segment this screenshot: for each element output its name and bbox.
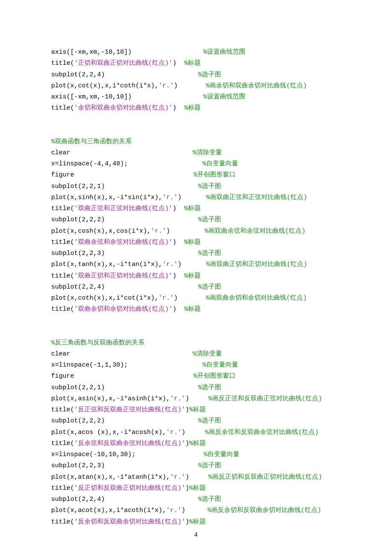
code-token: ) xyxy=(185,485,189,492)
code-span: title('余切和双曲余切对比曲线(红点)') xyxy=(51,104,176,112)
code-span: subplot(2,2,4) xyxy=(51,71,105,78)
code-line: subplot(2,2,2)%选子图 xyxy=(51,214,341,225)
comment: %选子图 xyxy=(198,283,221,291)
block-spacer xyxy=(51,315,341,327)
string-literal: 'r.' xyxy=(159,82,174,90)
code-line: subplot(2,2,2)%选子图 xyxy=(51,416,341,427)
code-token: axis([-xm,xm,-10,10]) xyxy=(51,93,132,101)
comment: %选子图 xyxy=(198,496,221,503)
code-token: subplot(2,2,4) xyxy=(51,496,105,503)
code-line: plot(x,sinh(x),x,-i*sin(i*x),'r.')%画双曲正弦… xyxy=(51,192,341,203)
comment: %画余切和双曲余切对比曲线(红点) xyxy=(206,82,307,90)
code-line: clear%清除变量 xyxy=(51,147,341,159)
code-span: x=linspace(-10,10,30); xyxy=(51,451,135,458)
code-span: title('双曲正切和正切对比曲线(红点)') xyxy=(51,272,176,280)
code-span: plot(x,tanh(x),x,-i*tan(i*x),'r.') xyxy=(51,261,182,268)
code-line: subplot(2,2,3)%选子图 xyxy=(51,460,341,471)
code-token: title( xyxy=(51,205,74,212)
comment: %画双曲正弦和正弦对比曲线(红点) xyxy=(206,194,307,201)
code-span: figure xyxy=(51,171,74,179)
code-token: ) xyxy=(185,406,189,413)
code-span: x=linspace(-1,1,30); xyxy=(51,361,128,369)
code-line: plot(x,cosh(x),x,cos(i*x),'r.')%画双曲余弦和余弦… xyxy=(51,226,341,237)
comment: %选子图 xyxy=(198,216,221,223)
code-line: axis([-xm,xm,-10,10])%设置曲线范围 xyxy=(51,92,341,103)
code-line: title('反正切和反双曲正切对比曲线(红点)')%标题 xyxy=(51,483,341,494)
code-token: title( xyxy=(51,239,74,246)
code-token: title( xyxy=(51,440,74,447)
code-token: x=linspace(-1,1,30); xyxy=(51,361,128,369)
code-span: subplot(2,2,4) xyxy=(51,496,105,503)
code-line: title('反余弦和反双曲余弦对比曲线(红点)')%标题 xyxy=(51,438,341,449)
code-line: subplot(2,2,1)%选子图 xyxy=(51,382,341,393)
code-token: plot(x,coth(x),x,i*cot(i*x), xyxy=(51,295,159,302)
code-line: plot(x,cot(x),x,i*coth(i*x),'r.')%画余切和双曲… xyxy=(51,81,341,92)
string-literal: '双曲正切和正切对比曲线(红点)' xyxy=(74,272,173,280)
code-token: plot(x,atan(x),x,-i*atanh(i*x), xyxy=(51,474,170,481)
code-token: ) xyxy=(173,104,176,112)
string-literal: 'r.' xyxy=(159,295,174,302)
code-span: title('反余切和反双曲余切对比曲线(红点)') xyxy=(51,518,189,526)
code-token: plot(x,asin(x),x,-i*asinh(i*x), xyxy=(51,395,170,402)
string-literal: '正切和双曲正切对比曲线(红点)' xyxy=(74,60,173,67)
code-token: title( xyxy=(51,485,74,492)
code-token: title( xyxy=(51,406,74,413)
code-line: subplot(2,2,4)%选子图 xyxy=(51,282,341,293)
code-span: title('正切和双曲正切对比曲线(红点)') xyxy=(51,60,176,67)
code-span: x=linspace(-4,4,40); xyxy=(51,160,128,168)
code-token: ) xyxy=(173,272,176,280)
code-token: ) xyxy=(166,228,170,235)
code-token: plot(x,sinh(x),x,-i*sin(i*x), xyxy=(51,194,162,201)
code-token: subplot(2,2,3) xyxy=(51,250,105,257)
code-line: plot(x,acos (x),x,-i*acosh(x),'r.')%画反余弦… xyxy=(51,427,341,438)
code-span: plot(x,atan(x),x,-i*atanh(i*x),'r.') xyxy=(51,474,189,481)
comment: %自变量向量 xyxy=(204,451,239,458)
code-span: axis([-xm,xm,-10,10]) xyxy=(51,93,132,101)
code-token: subplot(2,2,1) xyxy=(51,183,105,190)
code-line: title('反正弦和反双曲正弦对比曲线(红点)')%标题 xyxy=(51,405,341,416)
string-literal: 'r.' xyxy=(170,474,185,481)
comment: %自变量向量 xyxy=(202,361,238,369)
code-token: clear xyxy=(51,149,70,156)
code-token: title( xyxy=(51,518,74,526)
string-literal: '双曲余切和余切对比曲线(红点)' xyxy=(74,306,173,313)
block-spacer xyxy=(51,327,341,338)
comment: %画反余切和反双曲余切对比曲线(红点) xyxy=(208,507,321,514)
code-line: subplot(2,2,4)%选子图 xyxy=(51,69,341,81)
code-span: subplot(2,2,4) xyxy=(51,283,105,291)
code-token: ) xyxy=(173,306,176,313)
code-token: x=linspace(-4,4,40); xyxy=(51,160,128,168)
code-line: x=linspace(-1,1,30);%自变量向量 xyxy=(51,360,341,371)
code-span: subplot(2,2,1) xyxy=(51,183,105,190)
code-token: subplot(2,2,1) xyxy=(51,384,105,391)
comment: %标题 xyxy=(184,104,201,112)
comment: %标题 xyxy=(184,205,201,212)
page: axis([-xm,xm,-10,10])%设置曲线范围title('正切和双曲… xyxy=(0,0,392,555)
comment: %选子图 xyxy=(198,384,221,391)
code-content: axis([-xm,xm,-10,10])%设置曲线范围title('正切和双曲… xyxy=(51,47,341,528)
comment: %清除变量 xyxy=(193,149,222,156)
code-line: title('正切和双曲正切对比曲线(红点)')%标题 xyxy=(51,58,341,69)
string-literal: 'r.' xyxy=(170,395,185,402)
code-token: title( xyxy=(51,60,74,67)
code-span: title('双曲余弦和余弦对比曲线(红点)') xyxy=(51,239,176,246)
code-span: plot(x,sinh(x),x,-i*sin(i*x),'r.') xyxy=(51,194,182,201)
code-line: title('双曲正切和正切对比曲线(红点)')%标题 xyxy=(51,271,341,282)
code-line: %双曲函数与三角函数的关系 xyxy=(51,136,341,147)
code-line: plot(x,acot(x),x,i*acoth(i*x),'r.')%画反余切… xyxy=(51,505,341,516)
code-line: title('双曲余弦和余弦对比曲线(红点)')%标题 xyxy=(51,237,341,248)
code-token: figure xyxy=(51,171,74,179)
code-token: subplot(2,2,4) xyxy=(51,71,105,78)
code-line: title('双曲余切和余切对比曲线(红点)')%标题 xyxy=(51,304,341,315)
code-line: x=linspace(-10,10,30);%自变量向量 xyxy=(51,449,341,460)
code-token: clear xyxy=(51,350,70,358)
code-token: ) xyxy=(173,205,176,212)
code-span: title('双曲余切和余切对比曲线(红点)') xyxy=(51,306,176,313)
string-literal: 'r.' xyxy=(162,194,178,201)
code-line: x=linspace(-4,4,40);%自变量向量 xyxy=(51,159,341,170)
comment: %标题 xyxy=(189,406,206,413)
comment: %清除变量 xyxy=(193,350,222,358)
comment: %画反正切和反双曲正切对比曲线(红点) xyxy=(208,474,322,481)
string-literal: '双曲正弦和正弦对比曲线(红点)' xyxy=(74,205,173,212)
code-line: title('反余切和反双曲余切对比曲线(红点)')%标题 xyxy=(51,517,341,528)
